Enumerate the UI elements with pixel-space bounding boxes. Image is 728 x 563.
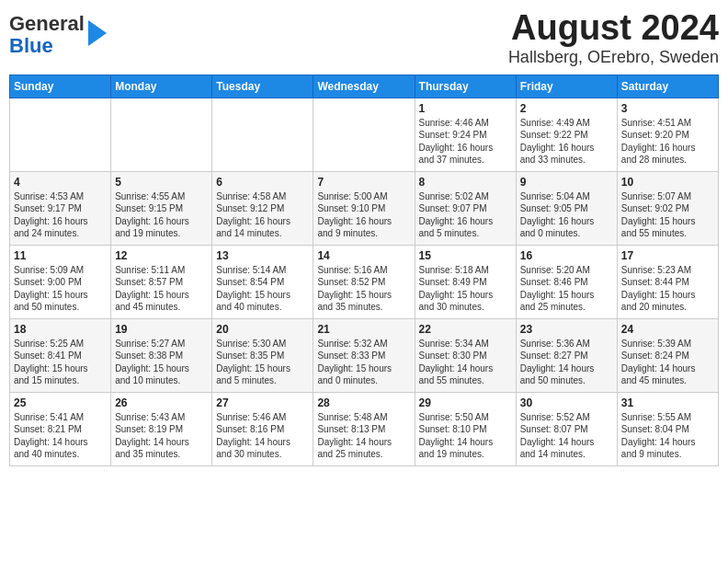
day-number: 30	[520, 396, 613, 409]
day-number: 9	[520, 176, 613, 189]
day-info: Sunrise: 5:32 AM Sunset: 8:33 PM Dayligh…	[317, 338, 410, 387]
day-info: Sunrise: 5:00 AM Sunset: 9:10 PM Dayligh…	[317, 190, 410, 240]
day-info: Sunrise: 5:39 AM Sunset: 8:24 PM Dayligh…	[621, 338, 714, 387]
day-info: Sunrise: 5:36 AM Sunset: 8:27 PM Dayligh…	[520, 338, 613, 387]
day-info: Sunrise: 5:11 AM Sunset: 8:57 PM Dayligh…	[115, 264, 208, 314]
calendar-cell: 3Sunrise: 4:51 AM Sunset: 9:20 PM Daylig…	[617, 98, 718, 171]
calendar-cell: 29Sunrise: 5:50 AM Sunset: 8:10 PM Dayli…	[415, 392, 516, 465]
day-info: Sunrise: 5:48 AM Sunset: 8:13 PM Dayligh…	[317, 411, 410, 461]
calendar-cell	[313, 98, 415, 171]
calendar-cell: 31Sunrise: 5:55 AM Sunset: 8:04 PM Dayli…	[617, 392, 718, 465]
calendar-cell: 4Sunrise: 4:53 AM Sunset: 9:17 PM Daylig…	[10, 171, 111, 245]
calendar-cell: 5Sunrise: 4:55 AM Sunset: 9:15 PM Daylig…	[111, 171, 212, 245]
calendar-week-1: 1Sunrise: 4:46 AM Sunset: 9:24 PM Daylig…	[10, 98, 719, 171]
page-subtitle: Hallsberg, OErebro, Sweden	[508, 48, 719, 67]
day-number: 22	[419, 323, 512, 336]
col-header-saturday: Saturday	[617, 75, 718, 98]
col-header-thursday: Thursday	[415, 75, 516, 98]
calendar-week-4: 18Sunrise: 5:25 AM Sunset: 8:41 PM Dayli…	[10, 318, 719, 392]
day-info: Sunrise: 4:49 AM Sunset: 9:22 PM Dayligh…	[520, 117, 613, 167]
title-block: August 2024 Hallsberg, OErebro, Sweden	[508, 9, 719, 67]
calendar-cell: 25Sunrise: 5:41 AM Sunset: 8:21 PM Dayli…	[10, 392, 111, 465]
calendar-cell: 11Sunrise: 5:09 AM Sunset: 9:00 PM Dayli…	[10, 245, 111, 318]
day-number: 7	[317, 176, 410, 189]
day-number: 24	[621, 323, 714, 336]
day-number: 20	[216, 323, 309, 336]
calendar-cell: 7Sunrise: 5:00 AM Sunset: 9:10 PM Daylig…	[313, 171, 415, 245]
day-info: Sunrise: 4:55 AM Sunset: 9:15 PM Dayligh…	[115, 190, 208, 240]
day-info: Sunrise: 5:18 AM Sunset: 8:49 PM Dayligh…	[419, 264, 512, 314]
calendar-cell: 22Sunrise: 5:34 AM Sunset: 8:30 PM Dayli…	[415, 318, 516, 392]
day-number: 12	[115, 249, 208, 262]
calendar-week-2: 4Sunrise: 4:53 AM Sunset: 9:17 PM Daylig…	[10, 171, 719, 245]
calendar-cell: 19Sunrise: 5:27 AM Sunset: 8:38 PM Dayli…	[111, 318, 212, 392]
day-info: Sunrise: 5:02 AM Sunset: 9:07 PM Dayligh…	[419, 190, 512, 240]
day-number: 13	[216, 249, 309, 262]
day-info: Sunrise: 5:46 AM Sunset: 8:16 PM Dayligh…	[216, 411, 309, 461]
calendar-cell	[10, 98, 111, 171]
col-header-monday: Monday	[111, 75, 212, 98]
day-info: Sunrise: 5:43 AM Sunset: 8:19 PM Dayligh…	[115, 411, 208, 461]
day-info: Sunrise: 5:52 AM Sunset: 8:07 PM Dayligh…	[520, 411, 613, 461]
day-number: 21	[317, 323, 410, 336]
day-number: 2	[520, 102, 613, 115]
day-number: 29	[419, 396, 512, 409]
col-header-friday: Friday	[516, 75, 617, 98]
day-number: 23	[520, 323, 613, 336]
day-info: Sunrise: 4:51 AM Sunset: 9:20 PM Dayligh…	[621, 117, 714, 167]
calendar-table: SundayMondayTuesdayWednesdayThursdayFrid…	[9, 75, 719, 466]
col-header-sunday: Sunday	[10, 75, 111, 98]
day-number: 10	[621, 176, 714, 189]
calendar-cell: 10Sunrise: 5:07 AM Sunset: 9:02 PM Dayli…	[617, 171, 718, 245]
calendar-cell: 30Sunrise: 5:52 AM Sunset: 8:07 PM Dayli…	[516, 392, 617, 465]
logo: General Blue	[9, 13, 107, 57]
calendar-cell: 21Sunrise: 5:32 AM Sunset: 8:33 PM Dayli…	[313, 318, 415, 392]
day-info: Sunrise: 5:25 AM Sunset: 8:41 PM Dayligh…	[14, 338, 107, 387]
calendar-cell: 15Sunrise: 5:18 AM Sunset: 8:49 PM Dayli…	[415, 245, 516, 318]
calendar-cell: 28Sunrise: 5:48 AM Sunset: 8:13 PM Dayli…	[313, 392, 415, 465]
day-number: 27	[216, 396, 309, 409]
day-info: Sunrise: 4:46 AM Sunset: 9:24 PM Dayligh…	[419, 117, 512, 167]
day-number: 5	[115, 176, 208, 189]
day-number: 26	[115, 396, 208, 409]
day-number: 18	[14, 323, 107, 336]
calendar-cell: 12Sunrise: 5:11 AM Sunset: 8:57 PM Dayli…	[111, 245, 212, 318]
calendar-cell: 24Sunrise: 5:39 AM Sunset: 8:24 PM Dayli…	[617, 318, 718, 392]
day-info: Sunrise: 5:16 AM Sunset: 8:52 PM Dayligh…	[317, 264, 410, 314]
day-number: 17	[621, 249, 714, 262]
day-info: Sunrise: 5:04 AM Sunset: 9:05 PM Dayligh…	[520, 190, 613, 240]
logo-text: General Blue	[9, 13, 85, 57]
page-title: August 2024	[508, 9, 719, 48]
day-number: 19	[115, 323, 208, 336]
calendar-cell	[212, 98, 313, 171]
calendar-cell	[111, 98, 212, 171]
day-number: 3	[621, 102, 714, 115]
calendar-cell: 8Sunrise: 5:02 AM Sunset: 9:07 PM Daylig…	[415, 171, 516, 245]
day-info: Sunrise: 5:07 AM Sunset: 9:02 PM Dayligh…	[621, 190, 714, 240]
day-info: Sunrise: 5:27 AM Sunset: 8:38 PM Dayligh…	[115, 338, 208, 387]
day-info: Sunrise: 5:34 AM Sunset: 8:30 PM Dayligh…	[419, 338, 512, 387]
calendar-cell: 26Sunrise: 5:43 AM Sunset: 8:19 PM Dayli…	[111, 392, 212, 465]
day-number: 25	[14, 396, 107, 409]
calendar-week-3: 11Sunrise: 5:09 AM Sunset: 9:00 PM Dayli…	[10, 245, 719, 318]
calendar-week-5: 25Sunrise: 5:41 AM Sunset: 8:21 PM Dayli…	[10, 392, 719, 465]
day-info: Sunrise: 5:23 AM Sunset: 8:44 PM Dayligh…	[621, 264, 714, 314]
day-number: 6	[216, 176, 309, 189]
calendar-cell: 1Sunrise: 4:46 AM Sunset: 9:24 PM Daylig…	[415, 98, 516, 171]
col-header-tuesday: Tuesday	[212, 75, 313, 98]
calendar-cell: 13Sunrise: 5:14 AM Sunset: 8:54 PM Dayli…	[212, 245, 313, 318]
calendar-cell: 18Sunrise: 5:25 AM Sunset: 8:41 PM Dayli…	[10, 318, 111, 392]
day-info: Sunrise: 4:58 AM Sunset: 9:12 PM Dayligh…	[216, 190, 309, 240]
day-info: Sunrise: 5:09 AM Sunset: 9:00 PM Dayligh…	[14, 264, 107, 314]
calendar-cell: 14Sunrise: 5:16 AM Sunset: 8:52 PM Dayli…	[313, 245, 415, 318]
day-number: 11	[14, 249, 107, 262]
col-header-wednesday: Wednesday	[313, 75, 415, 98]
day-number: 16	[520, 249, 613, 262]
day-info: Sunrise: 5:30 AM Sunset: 8:35 PM Dayligh…	[216, 338, 309, 387]
day-info: Sunrise: 4:53 AM Sunset: 9:17 PM Dayligh…	[14, 190, 107, 240]
calendar-cell: 20Sunrise: 5:30 AM Sunset: 8:35 PM Dayli…	[212, 318, 313, 392]
calendar-cell: 23Sunrise: 5:36 AM Sunset: 8:27 PM Dayli…	[516, 318, 617, 392]
calendar-cell: 2Sunrise: 4:49 AM Sunset: 9:22 PM Daylig…	[516, 98, 617, 171]
logo-arrow-icon	[88, 20, 107, 46]
day-number: 31	[621, 396, 714, 409]
